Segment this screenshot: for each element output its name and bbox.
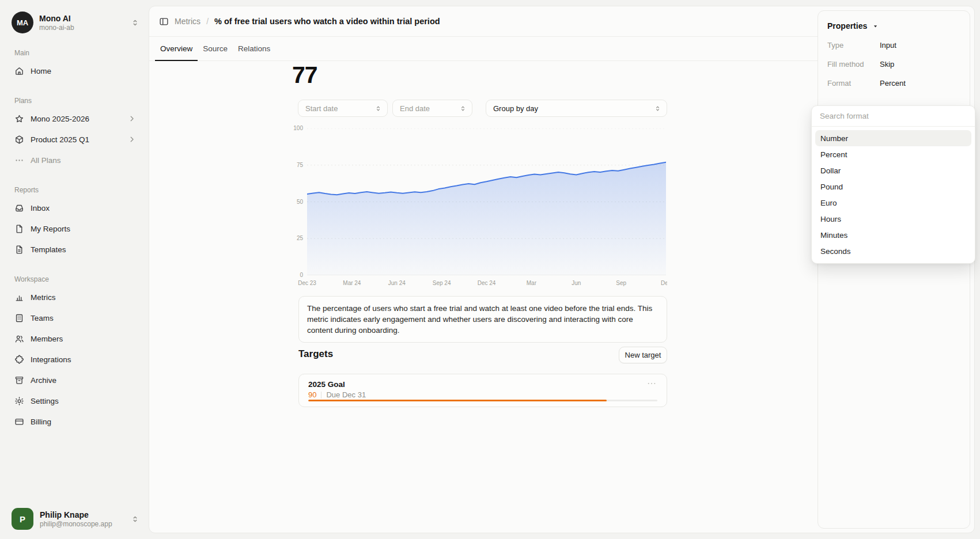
format-option-dollar[interactable]: Dollar — [815, 162, 971, 179]
metric-chart: 0255075100 Dec 23Mar 24Jun 24Sep 24Dec 2… — [281, 123, 667, 291]
start-date-placeholder: Start date — [305, 104, 374, 113]
chevron-right-icon — [128, 135, 136, 143]
format-option-minutes[interactable]: Minutes — [815, 227, 971, 243]
x-tick-label: Sep 24 — [433, 280, 451, 286]
start-date-input[interactable]: Start date — [298, 100, 388, 117]
format-option-seconds[interactable]: Seconds — [815, 243, 971, 259]
properties-header[interactable]: Properties — [827, 21, 960, 31]
target-progress-track — [308, 400, 657, 401]
format-option-number[interactable]: Number — [815, 130, 971, 146]
group-by-value: Group by day — [493, 104, 654, 113]
target-progress-fill — [308, 400, 607, 401]
sidebar-item-members[interactable]: Members — [12, 328, 139, 349]
format-option-percent[interactable]: Percent — [815, 146, 971, 162]
sidebar-item-archive[interactable]: Archive — [12, 370, 139, 390]
y-tick-label: 100 — [281, 125, 303, 131]
target-card[interactable]: 2025 Goal 90 Due Dec 31 — [298, 374, 667, 407]
sidebar-item-label: Metrics — [31, 293, 136, 302]
tab-source[interactable]: Source — [198, 37, 233, 61]
x-tick-label: Dec 24 — [478, 280, 496, 286]
target-value: 90 — [308, 390, 316, 399]
group-by-select[interactable]: Group by day — [486, 100, 667, 117]
sidebar-section-plans: Plans — [14, 97, 139, 105]
end-date-input[interactable]: End date — [392, 100, 472, 117]
sidebar-item-label: Integrations — [31, 355, 136, 364]
cube-icon — [14, 135, 24, 145]
sidebar-item-mono-plan[interactable]: Mono 2025-2026 — [12, 108, 139, 129]
user-name: Philip Knape — [40, 510, 124, 519]
sidebar-item-integrations[interactable]: Integrations — [12, 349, 139, 370]
sidebar-item-label: All Plans — [31, 156, 136, 165]
sidebar-item-settings[interactable]: Settings — [12, 390, 139, 411]
sidebar-item-product-plan[interactable]: Product 2025 Q1 — [12, 129, 139, 150]
y-tick-label: 0 — [281, 272, 303, 278]
workspace-avatar: MA — [12, 12, 33, 33]
inbox-icon — [14, 203, 24, 213]
workspace-slug: mono-ai-ab — [39, 24, 125, 32]
tab-relations[interactable]: Relations — [233, 37, 275, 61]
sidebar-item-label: Product 2025 Q1 — [31, 135, 122, 144]
sidebar-item-inbox[interactable]: Inbox — [12, 198, 139, 218]
x-tick-label: Jun — [572, 280, 581, 286]
properties-panel: Properties Type Input Fill method Skip F… — [818, 10, 970, 529]
property-label: Format — [827, 79, 880, 88]
format-option-pound[interactable]: Pound — [815, 179, 971, 195]
user-avatar: P — [12, 508, 33, 530]
x-tick-label: Jun 24 — [388, 280, 406, 286]
sidebar-item-home[interactable]: Home — [12, 60, 139, 81]
tab-bar: Overview Source Relations — [149, 37, 818, 61]
tab-overview[interactable]: Overview — [155, 37, 198, 61]
property-value[interactable]: Input — [880, 41, 896, 50]
breadcrumb-separator: / — [206, 17, 209, 26]
main-panel: Metrics / % of free trial users who watc… — [149, 6, 975, 533]
sidebar-item-teams[interactable]: Teams — [12, 308, 139, 328]
sidebar-item-templates[interactable]: Templates — [12, 239, 139, 260]
metric-description[interactable]: The percentage of users who start a free… — [298, 296, 667, 343]
ellipsis-icon — [14, 155, 24, 165]
users-icon — [14, 334, 24, 344]
workspace-name: Mono AI — [39, 14, 125, 23]
sidebar-item-label: Teams — [31, 314, 136, 322]
sidebar-item-label: Billing — [31, 417, 136, 426]
property-label: Type — [827, 41, 880, 50]
page-header: Metrics / % of free trial users who watc… — [149, 6, 818, 37]
sidebar: MA Mono AI mono-ai-ab Main Home Plans Mo… — [0, 0, 149, 539]
chevron-up-down-icon — [654, 105, 661, 112]
sidebar-toggle-icon[interactable] — [159, 17, 169, 26]
workspace-switcher[interactable]: MA Mono AI mono-ai-ab — [12, 12, 139, 33]
sidebar-item-label: Mono 2025-2026 — [31, 115, 122, 123]
chart-plot-area — [307, 128, 666, 275]
sidebar-item-label: Inbox — [31, 204, 136, 212]
sidebar-item-label: Members — [31, 335, 136, 343]
sidebar-item-my-reports[interactable]: My Reports — [12, 218, 139, 239]
chevron-up-down-icon — [374, 105, 382, 112]
sidebar-item-metrics[interactable]: Metrics — [12, 287, 139, 308]
file-text-icon — [14, 245, 24, 255]
format-option-hours[interactable]: Hours — [815, 211, 971, 227]
sidebar-section-workspace: Workspace — [14, 275, 139, 283]
sidebar-item-billing[interactable]: Billing — [12, 411, 139, 432]
user-menu[interactable]: P Philip Knape philip@monoscope.app — [12, 508, 139, 530]
property-value[interactable]: Percent — [880, 79, 906, 88]
metric-current-value: 77 — [292, 62, 317, 89]
format-dropdown: Number Percent Dollar Pound Euro Hours M… — [811, 105, 975, 264]
breadcrumb-metrics[interactable]: Metrics — [175, 17, 200, 26]
property-value[interactable]: Skip — [880, 60, 894, 69]
format-option-euro[interactable]: Euro — [815, 195, 971, 211]
format-search-input[interactable] — [812, 106, 975, 127]
property-row-type: Type Input — [827, 41, 960, 50]
y-tick-label: 50 — [281, 199, 303, 205]
property-row-format: Format Percent — [827, 79, 960, 88]
building-icon — [14, 313, 24, 323]
sidebar-item-label: Home — [31, 67, 136, 75]
y-tick-label: 25 — [281, 235, 303, 241]
new-target-button[interactable]: New target — [619, 347, 667, 363]
sidebar-item-label: My Reports — [31, 225, 136, 233]
puzzle-icon — [14, 355, 24, 365]
x-tick-label: Mar — [527, 280, 536, 286]
star-icon — [14, 114, 24, 124]
x-tick-label: Dec 23 — [298, 280, 316, 286]
chevron-up-down-icon — [131, 18, 139, 27]
sidebar-item-all-plans[interactable]: All Plans — [12, 150, 139, 170]
target-menu-button[interactable] — [644, 379, 660, 388]
